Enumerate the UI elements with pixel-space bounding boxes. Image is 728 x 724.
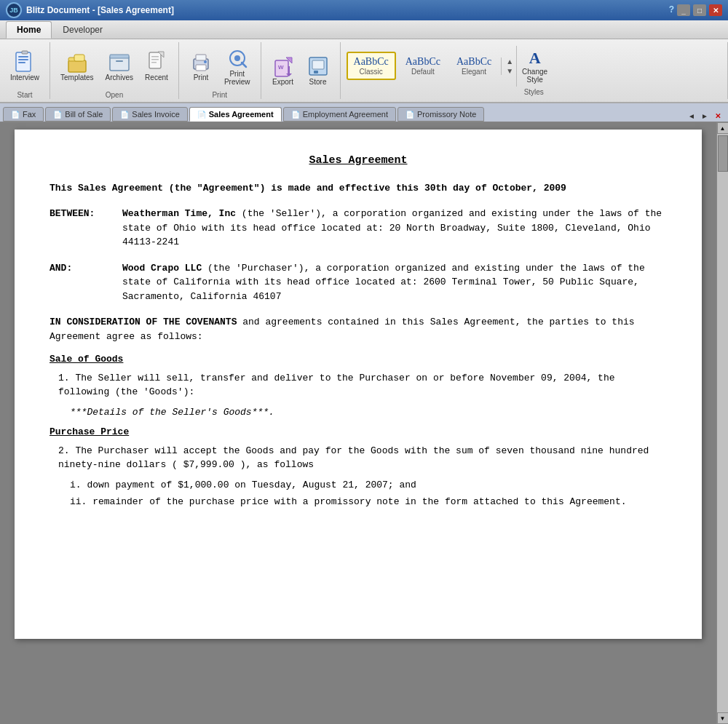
change-style-button[interactable]: A ChangeStyle bbox=[516, 46, 553, 87]
svg-rect-4 bbox=[22, 51, 28, 54]
scroll-up-icon[interactable]: ▲ bbox=[506, 57, 513, 65]
tab-nav-left[interactable]: ◄ bbox=[686, 110, 697, 122]
archives-button[interactable]: Archives bbox=[101, 49, 138, 83]
recent-label: Recent bbox=[145, 73, 168, 81]
print-preview-button[interactable]: Print Preview bbox=[220, 45, 255, 87]
title-bar-left: JB Blitz Document - [Sales Agreement] bbox=[6, 2, 174, 18]
scrollbar-thumb[interactable] bbox=[718, 135, 728, 172]
styles-group-label: Styles bbox=[347, 88, 721, 96]
between-row: BETWEEN: Weatherman Time, Inc (the 'Sell… bbox=[50, 207, 667, 250]
svg-rect-10 bbox=[116, 60, 123, 62]
recent-button[interactable]: Recent bbox=[141, 49, 173, 83]
tab-home[interactable]: Home bbox=[6, 21, 52, 39]
sub-item-ii: ii. remainder of the purchase price with… bbox=[70, 495, 667, 509]
svg-rect-5 bbox=[68, 60, 86, 72]
promissory-tab-label: Promissory Note bbox=[417, 110, 476, 119]
item-2-text: The Purchaser will accept the Goods and … bbox=[58, 445, 649, 471]
between-content: Weatherman Time, Inc (the 'Seller'), a c… bbox=[122, 207, 667, 250]
ribbon-group-start-label: Start bbox=[17, 91, 32, 99]
sale-of-goods-title: Sale of Goods bbox=[50, 352, 667, 367]
ribbon-group-export: W Export Store bbox=[261, 42, 341, 99]
tab-close[interactable]: ✕ bbox=[712, 110, 724, 122]
style-elegant-button[interactable]: AaBbCc Elegant bbox=[450, 52, 498, 79]
svg-rect-2 bbox=[18, 59, 28, 60]
doc-tab-fax[interactable]: 📄 Fax bbox=[3, 107, 44, 122]
svg-rect-11 bbox=[149, 52, 161, 68]
print-icon bbox=[189, 50, 213, 73]
style-default-label: Default bbox=[411, 68, 435, 76]
scroll-down-icon[interactable]: ▼ bbox=[506, 67, 513, 75]
agreement-tab-label: Sales Agreement bbox=[209, 110, 274, 119]
fax-tab-label: Fax bbox=[23, 110, 36, 119]
invoice-tab-icon: 📄 bbox=[120, 111, 129, 119]
title-bar-controls[interactable]: ? _ □ ✕ bbox=[669, 4, 722, 16]
ribbon-group-open-label: Open bbox=[106, 91, 123, 99]
close-button[interactable]: ✕ bbox=[709, 4, 722, 16]
minimize-button[interactable]: _ bbox=[677, 4, 690, 16]
svg-point-21 bbox=[234, 55, 240, 61]
invoice-tab-label: Sales Invoice bbox=[132, 110, 179, 119]
store-icon bbox=[306, 55, 330, 78]
ribbon-group-print-buttons: Print Print Preview bbox=[185, 42, 255, 89]
print-button[interactable]: Print bbox=[185, 49, 217, 83]
maximize-button[interactable]: □ bbox=[693, 4, 706, 16]
doc-tab-promissory-note[interactable]: 📄 Promissory Note bbox=[397, 107, 484, 122]
tab-nav-right[interactable]: ► bbox=[699, 110, 711, 122]
archives-icon bbox=[108, 50, 131, 73]
item-1-number: 1. bbox=[58, 373, 75, 383]
ribbon-group-print-label: Print bbox=[212, 91, 227, 99]
bill-tab-icon: 📄 bbox=[53, 111, 62, 119]
item-1-text: The Seller will sell, transfer and deliv… bbox=[58, 373, 615, 398]
svg-rect-29 bbox=[312, 60, 324, 69]
and-label: AND: bbox=[50, 261, 122, 304]
scrollbar-down-arrow[interactable]: ▼ bbox=[717, 712, 729, 724]
scrollbar-up-arrow[interactable]: ▲ bbox=[717, 122, 729, 134]
ribbon-group-start-buttons: Interview bbox=[6, 42, 44, 89]
help-icon[interactable]: ? bbox=[669, 4, 674, 16]
style-elegant-label: Elegant bbox=[462, 68, 486, 76]
recent-icon bbox=[145, 50, 168, 73]
doc-tab-bill-of-sale[interactable]: 📄 Bill of Sale bbox=[45, 107, 111, 122]
bill-tab-label: Bill of Sale bbox=[65, 110, 103, 119]
svg-text:W: W bbox=[278, 64, 284, 71]
export-label: Export bbox=[272, 78, 293, 86]
svg-rect-3 bbox=[18, 62, 25, 63]
main-area: Sales Agreement This Sales Agreement (th… bbox=[0, 122, 728, 724]
vertical-scrollbar[interactable]: ▲ ▼ bbox=[716, 122, 728, 724]
style-default-button[interactable]: AaBbCc Default bbox=[399, 52, 447, 79]
ribbon-tab-bar: Home Developer bbox=[0, 20, 728, 39]
print-label: Print bbox=[194, 73, 209, 81]
store-button[interactable]: Store bbox=[302, 53, 334, 87]
style-classic-button[interactable]: AaBbCc Classic bbox=[347, 52, 396, 80]
between-label: BETWEEN: bbox=[50, 207, 122, 250]
employment-tab-label: Employment Agreement bbox=[303, 110, 388, 119]
templates-button[interactable]: Templates bbox=[56, 49, 98, 83]
sub-item-ii-text: ii. remainder of the purchase price with… bbox=[70, 496, 627, 507]
svg-rect-18 bbox=[196, 65, 206, 71]
print-preview-label: Print Preview bbox=[224, 70, 250, 86]
svg-rect-7 bbox=[74, 55, 84, 61]
interview-label: Interview bbox=[10, 73, 39, 81]
numbered-item-2: 2. The Purchaser will accept the Goods a… bbox=[58, 444, 667, 472]
store-label: Store bbox=[309, 78, 327, 86]
numbered-item-1: 1. The Seller will sell, transfer and de… bbox=[58, 371, 667, 399]
svg-rect-1 bbox=[18, 56, 28, 57]
and-content: Wood Crapo LLC (the 'Purchaser'), a corp… bbox=[122, 261, 667, 304]
sub-item-i-text: i. down payment of $1,000.00 on Tuesday,… bbox=[70, 480, 416, 490]
doc-tab-employment-agreement[interactable]: 📄 Employment Agreement bbox=[283, 107, 396, 122]
doc-tab-sales-agreement[interactable]: 📄 Sales Agreement bbox=[189, 107, 282, 122]
doc-tab-bar: 📄 Fax 📄 Bill of Sale 📄 Sales Invoice 📄 S… bbox=[0, 103, 728, 122]
document-wrapper[interactable]: Sales Agreement This Sales Agreement (th… bbox=[0, 122, 716, 724]
templates-label: Templates bbox=[60, 73, 94, 81]
archives-label: Archives bbox=[106, 73, 133, 81]
change-style-label: ChangeStyle bbox=[522, 68, 547, 84]
export-button[interactable]: W Export bbox=[267, 53, 299, 87]
interview-button[interactable]: Interview bbox=[6, 49, 44, 83]
export-icon: W bbox=[272, 55, 295, 78]
svg-line-22 bbox=[242, 63, 246, 67]
svg-point-19 bbox=[204, 60, 207, 63]
svg-rect-9 bbox=[110, 55, 129, 58]
doc-tab-sales-invoice[interactable]: 📄 Sales Invoice bbox=[112, 107, 187, 122]
tab-developer[interactable]: Developer bbox=[52, 21, 114, 39]
svg-rect-17 bbox=[196, 55, 206, 60]
